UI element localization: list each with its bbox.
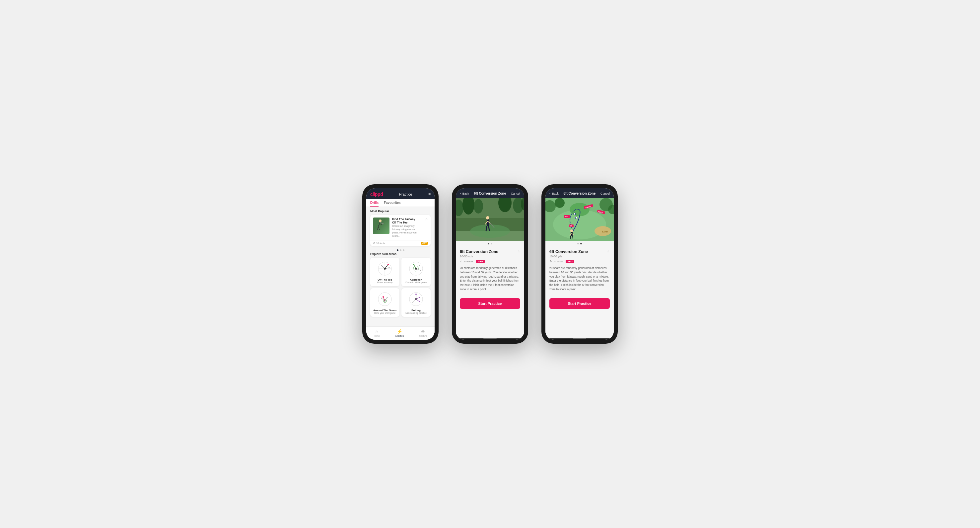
card-description: Create an imaginary fairway using marker… — [392, 225, 422, 238]
favourite-icon[interactable]: ☆ — [425, 217, 428, 238]
nav-capture-label: Capture — [419, 335, 427, 337]
skill-desc-ott: Power accuracy — [373, 281, 397, 284]
menu-icon[interactable]: ≡ — [428, 192, 431, 196]
skill-card-atg[interactable]: Around The Green Hone your short game — [370, 288, 399, 317]
dot-2 — [491, 243, 492, 244]
skill-name-atg: Around The Green — [373, 309, 397, 312]
phone-3: < Back 6ft Conversion Zone Cancel — [541, 184, 618, 344]
skill-desc-putting: Make and lag practice — [404, 312, 428, 314]
home-icon: ⌂ — [375, 329, 378, 334]
svg-rect-57 — [487, 220, 489, 226]
svg-point-40 — [419, 297, 420, 298]
skill-desc-atg: Hone your short game — [373, 312, 397, 314]
dot-2 — [400, 249, 401, 251]
svg-point-51 — [474, 199, 483, 214]
svg-line-84 — [570, 236, 571, 239]
image-dots — [456, 241, 524, 246]
phone3-header: < Back 6ft Conversion Zone Cancel — [546, 188, 614, 198]
drill-meta-p3: ⏱ 20 shots ARG — [549, 260, 610, 263]
skill-name-ott: Off The Tee — [373, 278, 397, 281]
svg-line-60 — [486, 226, 487, 231]
shots-info: ⏱ 20 shots — [460, 260, 473, 263]
card-info: Find The Fairway Off The Tee Create an i… — [392, 217, 422, 238]
cancel-button-p3[interactable]: Cancel — [600, 192, 610, 195]
svg-line-12 — [382, 265, 385, 269]
featured-drill-card[interactable]: Find The Fairway Off The Tee Create an i… — [370, 215, 431, 246]
bottom-nav: ⌂ Home ⚡ Activities ⊕ Capture — [366, 326, 434, 340]
around-the-green-icon — [377, 291, 393, 308]
svg-line-20 — [414, 264, 416, 269]
svg-point-66 — [555, 198, 565, 208]
svg-point-25 — [420, 270, 421, 271]
activities-icon: ⚡ — [397, 329, 402, 334]
tab-favourites[interactable]: Favourites — [384, 201, 401, 207]
drill-title: 6ft Conversion Zone — [460, 249, 498, 254]
nav-home-label: Home — [374, 335, 380, 337]
svg-line-6 — [380, 222, 384, 224]
drill-description-p3: 20 shots are randomly generated at dista… — [549, 266, 610, 292]
svg-point-23 — [413, 264, 414, 265]
phones-container: clippd Practice ≡ Drills Favourites Most… — [362, 184, 618, 344]
svg-point-56 — [486, 216, 489, 220]
drill-tag-p3: ARG — [566, 260, 574, 263]
drill-photo — [456, 198, 524, 241]
capture-icon: ⊕ — [421, 329, 425, 334]
phone-1-screen: clippd Practice ≡ Drills Favourites Most… — [366, 188, 434, 340]
svg-point-44 — [412, 302, 414, 303]
dot-3 — [403, 249, 404, 251]
dot-1 — [488, 243, 489, 244]
svg-point-33 — [387, 297, 388, 298]
most-popular-label: Most Popular — [370, 209, 431, 213]
svg-point-42 — [419, 301, 420, 302]
phone-3-screen: < Back 6ft Conversion Zone Cancel — [546, 188, 614, 340]
shots-info-p3: ⏱ 20 shots — [549, 260, 563, 263]
drill-info: 6ft Conversion Zone 10-50 yds ☆ ⏱ 20 sho… — [456, 246, 524, 295]
svg-line-3 — [380, 224, 382, 225]
skill-desc-approach: Dial-in to hit the green — [404, 281, 428, 284]
start-practice-button-p3[interactable]: Start Practice — [549, 298, 610, 309]
skill-name-putting: Putting — [404, 309, 428, 312]
tab-drills[interactable]: Drills — [370, 201, 379, 207]
skill-areas-grid: Off The Tee Power accuracy — [370, 258, 431, 317]
back-button[interactable]: < Back — [460, 192, 469, 195]
phone2-content: 6ft Conversion Zone 10-50 yds ☆ ⏱ 20 sho… — [456, 198, 524, 338]
skill-card-putting[interactable]: Putting Make and lag practice — [401, 288, 431, 317]
image-dots-p3 — [546, 241, 614, 246]
card-subtitle: Off The Tee — [392, 221, 422, 224]
carousel-dots — [370, 248, 431, 252]
skill-card-off-the-tee[interactable]: Off The Tee Power accuracy — [370, 258, 399, 286]
start-practice-button[interactable]: Start Practice — [460, 298, 520, 309]
drill-meta: ⏱ 20 shots ARG — [460, 260, 520, 263]
svg-line-5 — [378, 227, 380, 230]
svg-point-87 — [574, 213, 576, 215]
favourite-star-p3[interactable]: ☆ — [607, 249, 610, 253]
app-logo: clippd — [370, 191, 383, 197]
dot-1 — [397, 249, 398, 251]
svg-point-32 — [382, 296, 384, 298]
svg-point-80 — [570, 230, 573, 232]
svg-line-41 — [416, 299, 419, 301]
phone3-header-title: 6ft Conversion Zone — [564, 191, 596, 195]
svg-point-34 — [381, 298, 382, 299]
skill-card-approach[interactable]: Approach Dial-in to hit the green — [401, 258, 431, 286]
drill-tag: ARG — [476, 260, 485, 263]
nav-capture[interactable]: ⊕ Capture — [419, 329, 427, 337]
drill-title-p3: 6ft Conversion Zone — [549, 249, 588, 254]
home-bar-p3 — [573, 338, 586, 339]
phone3-content: SAND Miss Hit FAIRWAY — [546, 198, 614, 338]
nav-activities[interactable]: ⚡ Activities — [395, 329, 404, 337]
svg-line-61 — [489, 226, 489, 231]
svg-point-16 — [389, 267, 390, 268]
approach-icon — [408, 260, 424, 277]
svg-line-21 — [416, 265, 419, 269]
clock-icon-p3: ⏱ — [549, 260, 552, 263]
shots-count: ⏱ 10 shots — [373, 242, 385, 244]
favourite-star[interactable]: ☆ — [517, 249, 520, 253]
drill-tag: OTT — [421, 242, 428, 245]
back-button-p3[interactable]: < Back — [549, 192, 559, 195]
nav-home[interactable]: ⌂ Home — [374, 329, 380, 337]
explore-label: Explore skill areas — [370, 252, 431, 256]
cancel-button[interactable]: Cancel — [511, 192, 520, 195]
skill-name-approach: Approach — [404, 278, 428, 281]
svg-text:SAND: SAND — [602, 231, 608, 233]
